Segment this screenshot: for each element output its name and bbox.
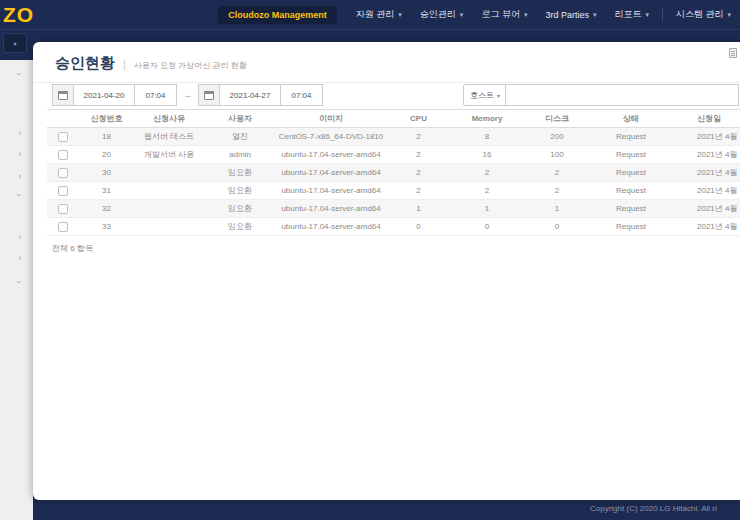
cell-disk: 1: [523, 200, 591, 218]
calendar-icon: [204, 91, 214, 100]
header-reason: 신청사유: [134, 110, 204, 128]
cell-memory: 0: [451, 218, 523, 236]
cell-request-no: 30: [79, 164, 134, 182]
start-time-input[interactable]: [134, 84, 177, 106]
cell-reason: 웹서버 테스트: [134, 128, 204, 146]
sidebar-chevron-right-icon[interactable]: ›: [14, 171, 26, 181]
sidebar-chevron-down-icon[interactable]: ›: [14, 189, 24, 201]
header-memory: Memory: [451, 110, 523, 128]
row-checkbox[interactable]: [58, 222, 68, 232]
nav-item-label: 리포트: [614, 8, 641, 21]
nav-item-report[interactable]: 리포트 ▾: [605, 0, 658, 30]
cell-cpu: 2: [386, 128, 451, 146]
sidebar-chevron-down-icon[interactable]: ›: [14, 276, 24, 288]
date-range-picker: →: [52, 84, 323, 106]
header-cpu: CPU: [386, 110, 451, 128]
nav-item-label: 로그 뷰어: [481, 8, 520, 21]
cell-status: Request: [591, 182, 671, 200]
cell-user: 임요환: [204, 164, 276, 182]
cell-disk: 2: [523, 164, 591, 182]
row-checkbox[interactable]: [58, 186, 68, 196]
product-label: Cloudozo Management: [218, 6, 337, 24]
cell-status: Request: [591, 146, 671, 164]
end-time-input[interactable]: [280, 84, 323, 106]
chevron-down-icon: ▾: [593, 11, 597, 19]
cell-status: Request: [591, 200, 671, 218]
cell-request-date: 2021년 4월 12: [671, 182, 740, 200]
header-checkbox-cell: [47, 110, 79, 128]
date-range-arrow-icon: →: [183, 90, 192, 100]
copyright-text: Copyright (C) 2020 LG Hitachi. All ri: [590, 504, 717, 513]
cell-request-date: 2021년 4월 12: [671, 218, 740, 236]
cell-memory: 2: [451, 182, 523, 200]
page-subtitle: 사용자 요청 가상머신 관리 현황: [134, 60, 247, 71]
cell-image: CentOS-7-x86_64-DVD-1810: [276, 128, 386, 146]
cell-image: ubuntu-17.04-server-amd64: [276, 218, 386, 236]
cell-request-no: 33: [79, 218, 134, 236]
nav-item-system-mgmt[interactable]: 시스템 관리 ▾: [667, 0, 740, 30]
table-row: 18 웹서버 테스트 열진 CentOS-7-x86_64-DVD-1810 2…: [47, 128, 740, 146]
cell-image: ubuntu-17.04-server-amd64: [276, 200, 386, 218]
cell-status: Request: [591, 164, 671, 182]
table-row: 30 임요환 ubuntu-17.04-server-amd64 2 2 2 R…: [47, 164, 740, 182]
start-calendar-button[interactable]: [52, 84, 74, 106]
calendar-icon: [58, 91, 68, 100]
cell-request-no: 31: [79, 182, 134, 200]
sidebar-toggle-select[interactable]: ▾: [3, 33, 27, 53]
sidebar-chevron-right-icon[interactable]: ›: [14, 232, 26, 242]
chevron-down-icon: ▾: [524, 11, 528, 19]
sidebar-chevron-right-icon[interactable]: ›: [14, 149, 26, 159]
cell-cpu: 2: [386, 164, 451, 182]
cell-request-date: 2021년 4월 12: [671, 146, 740, 164]
search-input[interactable]: [505, 84, 739, 106]
cell-reason: [134, 218, 204, 236]
table-row: 20 개발서버 사용 admin ubuntu-17.04-server-amd…: [47, 146, 740, 164]
header-status: 상태: [591, 110, 671, 128]
main-content-card: 승인현황 | 사용자 요청 가상머신 관리 현황 → 호스트 ▾: [33, 42, 740, 500]
cell-reason: [134, 182, 204, 200]
row-checkbox[interactable]: [58, 150, 68, 160]
nav-item-label: 자원 관리: [356, 8, 395, 21]
cell-disk: 2: [523, 182, 591, 200]
chevron-down-icon: ▾: [13, 40, 16, 47]
cell-user: admin: [204, 146, 276, 164]
app-logo: ZO: [0, 0, 34, 30]
chevron-down-icon: ▾: [460, 11, 464, 19]
row-checkbox[interactable]: [58, 132, 68, 142]
end-calendar-button[interactable]: [198, 84, 220, 106]
cell-cpu: 0: [386, 218, 451, 236]
nav-item-approval-mgmt[interactable]: 승인관리 ▾: [411, 0, 473, 30]
cell-disk: 100: [523, 146, 591, 164]
row-checkbox[interactable]: [58, 204, 68, 214]
cell-request-no: 18: [79, 128, 134, 146]
header-user: 사용자: [204, 110, 276, 128]
title-separator: |: [123, 58, 126, 70]
row-checkbox[interactable]: [58, 168, 68, 178]
chevron-down-icon: ▾: [727, 11, 731, 19]
nav-item-label: 3rd Parties: [545, 10, 589, 20]
top-nav-menu: Cloudozo Management 자원 관리 ▾ 승인관리 ▾ 로그 뷰어…: [218, 0, 740, 30]
nav-item-resource-mgmt[interactable]: 자원 관리 ▾: [347, 0, 411, 30]
cell-image: ubuntu-17.04-server-amd64: [276, 164, 386, 182]
cell-memory: 1: [451, 200, 523, 218]
table-row: 31 임요환 ubuntu-17.04-server-amd64 2 2 2 R…: [47, 182, 740, 200]
end-date-input[interactable]: [219, 84, 281, 106]
sidebar-chevron-right-icon[interactable]: ›: [14, 128, 26, 138]
title-divider: [33, 82, 740, 83]
page-title: 승인현황: [55, 54, 115, 73]
nav-item-3rd-parties[interactable]: 3rd Parties ▾: [536, 0, 605, 30]
nav-item-log-viewer[interactable]: 로그 뷰어 ▾: [472, 0, 536, 30]
sidebar-chevron-right-icon[interactable]: ›: [14, 253, 26, 263]
chevron-down-icon: ▾: [645, 11, 649, 19]
card-corner-icon[interactable]: [729, 48, 737, 58]
cell-request-date: 2021년 4월 12: [671, 200, 740, 218]
host-filter-dropdown[interactable]: 호스트 ▾: [463, 84, 507, 106]
approval-table: 신청번호 신청사유 사용자 이미지 CPU Memory 디스크 상태 신청일 …: [47, 109, 740, 236]
sidebar-chevron-down-icon[interactable]: ›: [14, 68, 24, 80]
cell-user: 임요환: [204, 200, 276, 218]
cell-image: ubuntu-17.04-server-amd64: [276, 146, 386, 164]
cell-cpu: 2: [386, 182, 451, 200]
page-header: 승인현황 | 사용자 요청 가상머신 관리 현황: [33, 42, 740, 73]
cell-request-no: 20: [79, 146, 134, 164]
start-date-input[interactable]: [73, 84, 135, 106]
